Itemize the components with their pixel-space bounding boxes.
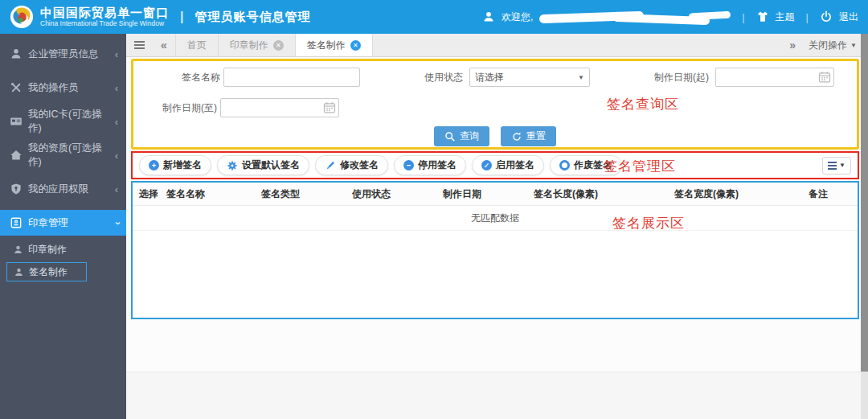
header-divider: | [180, 10, 183, 24]
close-operations-label: 关闭操作 [809, 39, 847, 52]
set-default-signature-button[interactable]: 设置默认签名 [217, 155, 309, 175]
double-chevron-right-icon: » [789, 39, 796, 51]
header-separator: | [742, 11, 744, 23]
chevron-left-icon: ‹ [115, 82, 118, 94]
power-icon[interactable] [820, 10, 833, 23]
search-icon [444, 131, 456, 142]
redacted-username [539, 10, 731, 23]
double-chevron-left-icon: « [161, 39, 167, 51]
reset-icon [511, 131, 522, 142]
column-header-usage-status: 使用状态 [346, 183, 436, 205]
welcome-text: 欢迎您, [502, 10, 533, 24]
column-header-remarks: 备注 [802, 183, 858, 205]
sidebar-item-label: 我的资质(可选操作) [28, 142, 115, 169]
signature-name-input[interactable] [223, 68, 360, 87]
logout-button[interactable]: 退出 [839, 10, 858, 24]
sidebar-item-label: 印章管理 [28, 216, 68, 230]
sidebar-subitem-label: 印章制作 [28, 243, 67, 257]
brand-subtitle: China International Trade Single Window [40, 20, 169, 27]
check-circle-icon: ✓ [481, 160, 492, 170]
search-button[interactable]: 查询 [434, 126, 489, 146]
column-header-signature-name: 签名名称 [160, 183, 255, 205]
person-icon [10, 47, 23, 60]
sidebar-item-seal-management[interactable]: 印章管理 ‹ [0, 210, 126, 236]
chevron-left-icon: ‹ [115, 150, 118, 162]
scrollbar-thumb[interactable] [861, 34, 868, 372]
chevron-left-icon: ‹ [115, 183, 118, 195]
brand-block: 中国国际贸易单一窗口 China International Trade Sin… [40, 6, 169, 27]
tab-label: 签名制作 [307, 39, 346, 52]
signature-table-panel: 选择 签名名称 签名类型 使用状态 制作日期 签名长度(像素) 签名宽度(像素)… [131, 181, 859, 319]
home-icon [10, 149, 23, 162]
hamburger-icon [134, 41, 145, 49]
disable-signature-button[interactable]: − 停用签名 [394, 155, 466, 175]
close-operations-dropdown[interactable]: 关闭操作 ▼ [804, 39, 868, 52]
theme-shirt-icon[interactable] [756, 10, 769, 23]
tab-home[interactable]: 首页 [175, 34, 219, 56]
usage-status-value: 请选择 [475, 71, 504, 84]
theme-button[interactable]: 主题 [776, 10, 795, 24]
date-to-input[interactable] [220, 98, 339, 117]
button-label: 启用签名 [496, 158, 534, 172]
collapse-menu-button[interactable] [126, 34, 153, 56]
tab-signature-making[interactable]: 签名制作 ✕ [296, 34, 373, 56]
calendar-icon[interactable] [323, 101, 336, 114]
reset-label: 重置 [526, 129, 546, 143]
sidebar-item-my-ic-card[interactable]: 我的IC卡(可选操作) ‹ [0, 105, 126, 138]
chevron-left-icon: ‹ [115, 116, 118, 128]
usage-status-select[interactable]: 请选择 ▼ [469, 68, 590, 87]
sidebar-item-label: 我的IC卡(可选操作) [28, 108, 115, 135]
add-signature-button[interactable]: + 新增签名 [139, 155, 211, 175]
tab-seal-making[interactable]: 印章制作 ✕ [219, 34, 296, 56]
sidebar-item-my-app-permissions[interactable]: 我的应用权限 ‹ [0, 172, 126, 206]
minus-circle-icon: − [403, 160, 414, 170]
tab-close-icon[interactable]: ✕ [273, 40, 284, 51]
tools-icon [10, 81, 23, 94]
tabs-scroll-left-button[interactable]: « [153, 34, 175, 56]
stamp-icon [10, 216, 23, 229]
ic-card-icon [10, 115, 23, 128]
gear-icon [227, 160, 238, 171]
manage-area-annotation: 签名管理区 [604, 157, 676, 175]
table-header-row: 选择 签名名称 签名类型 使用状态 制作日期 签名长度(像素) 签名宽度(像素)… [133, 183, 858, 206]
vertical-scrollbar [861, 34, 868, 419]
enable-signature-button[interactable]: ✓ 启用签名 [472, 155, 544, 175]
chevron-left-icon: ‹ [115, 48, 118, 60]
person-icon [14, 267, 24, 277]
user-icon [482, 10, 495, 23]
modify-signature-button[interactable]: 修改签名 [315, 155, 388, 175]
sidebar-item-my-operators[interactable]: 我的操作员 ‹ [0, 71, 126, 105]
footer-strip [126, 372, 868, 419]
sidebar-item-my-qualifications[interactable]: 我的资质(可选操作) ‹ [0, 138, 126, 172]
top-header: 中国国际贸易单一窗口 China International Trade Sin… [0, 0, 868, 34]
brand-logo-icon [10, 5, 34, 29]
sidebar-subitem-signature-making[interactable]: 签名制作 [6, 262, 87, 281]
sidebar-item-enterprise-admin-info[interactable]: 企业管理员信息 ‹ [0, 37, 126, 71]
display-area-annotation: 签名展示区 [612, 214, 685, 232]
person-icon [13, 244, 23, 255]
tabs-scroll-right-button[interactable]: » [781, 39, 804, 51]
tabbar-right: » 关闭操作 ▼ [781, 34, 868, 56]
chevron-down-icon: ‹ [110, 221, 122, 224]
header-right: 欢迎您, | 主题 | 退出 [482, 10, 868, 24]
column-header-signature-width: 签名宽度(像素) [668, 183, 802, 205]
button-label: 修改签名 [340, 158, 379, 172]
date-from-input[interactable] [715, 68, 834, 87]
button-label: 停用签名 [418, 158, 457, 172]
button-label: 新增签名 [163, 158, 202, 172]
sidebar-item-label: 我的应用权限 [28, 183, 88, 196]
signature-name-label: 签名名称 [133, 68, 220, 87]
search-label: 查询 [460, 129, 479, 143]
tab-close-icon[interactable]: ✕ [350, 40, 361, 51]
content-footer [126, 319, 868, 372]
sidebar-subitem-seal-making[interactable]: 印章制作 [6, 240, 120, 259]
plus-circle-icon: + [149, 160, 159, 170]
column-settings-button[interactable]: ▼ [822, 157, 851, 175]
chevron-down-icon: ▼ [839, 162, 845, 169]
tab-label: 首页 [187, 39, 207, 52]
ring-circle-icon [559, 160, 570, 170]
reset-button[interactable]: 重置 [501, 126, 556, 146]
calendar-icon[interactable] [818, 71, 831, 84]
query-buttons-row: 查询 重置 [133, 126, 857, 146]
column-header-select: 选择 [133, 183, 160, 205]
